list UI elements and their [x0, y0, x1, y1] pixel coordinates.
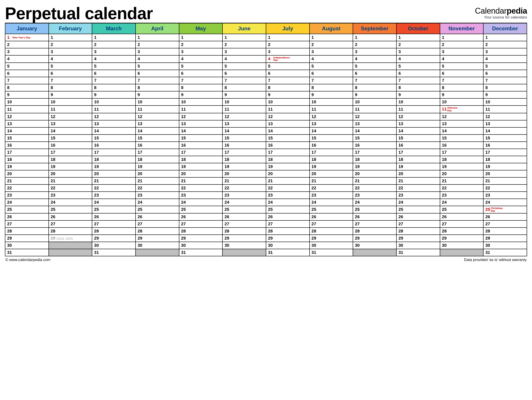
holiday-label: New Year's Day — [13, 36, 31, 39]
day-cell: 17 — [266, 149, 310, 156]
day-cell: 6 — [179, 70, 223, 77]
day-cell: 6 — [222, 70, 266, 77]
day-cell: 10 — [49, 98, 92, 105]
day-number: 13 — [442, 121, 447, 126]
day-number: 30 — [355, 243, 360, 248]
day-cell: 1 — [310, 34, 353, 41]
day-cell: 16 — [5, 142, 49, 149]
day-cell: 30 — [222, 242, 266, 249]
day-number: 23 — [268, 193, 273, 198]
day-number: 28 — [311, 229, 317, 234]
day-cell: 3 — [92, 48, 136, 55]
day-number: 11 — [181, 107, 186, 112]
day-cell: 26 — [440, 213, 483, 220]
day-cell: 27 — [179, 220, 223, 228]
day-number: 15 — [138, 136, 142, 141]
day-number: 24 — [268, 200, 273, 205]
day-number: 27 — [311, 222, 317, 227]
day-cell: 20 — [266, 170, 310, 177]
day-cell: 22 — [310, 185, 353, 192]
day-number: 11 — [355, 107, 360, 112]
month-header-may: May — [179, 23, 223, 34]
day-cell: 14 — [136, 127, 179, 135]
day-cell: 16 — [92, 142, 136, 149]
day-number: 18 — [355, 157, 360, 162]
day-cell: 26 — [222, 213, 266, 220]
day-cell: 19 — [49, 163, 92, 170]
day-cell: 20 — [179, 170, 223, 177]
day-row: 4444444IndependenceDay44444 — [5, 55, 527, 63]
day-number: 15 — [7, 136, 12, 141]
day-cell: 26 — [396, 213, 440, 220]
day-number: 15 — [51, 136, 56, 141]
day-number: 21 — [181, 178, 186, 183]
day-number: 16 — [51, 143, 56, 148]
day-cell: 23 — [396, 192, 440, 199]
day-number: 20 — [51, 171, 56, 176]
day-cell: 16 — [310, 142, 353, 149]
day-number: 14 — [311, 129, 317, 133]
day-number: 1 — [442, 35, 447, 40]
day-number: 26 — [94, 214, 99, 219]
day-number: 14 — [224, 129, 229, 133]
day-cell: 23 — [266, 192, 310, 199]
day-number: 20 — [399, 171, 403, 176]
day-cell: 29 — [136, 235, 179, 242]
day-cell: 10 — [136, 98, 179, 105]
day-row: 131313131313131313131313 — [5, 120, 527, 127]
day-number: 6 — [311, 71, 317, 76]
day-cell: 23 — [49, 192, 92, 199]
day-cell: 14 — [353, 127, 396, 135]
day-number: 11 — [7, 107, 12, 112]
day-cell: 15 — [49, 135, 92, 142]
day-number: 3 — [355, 49, 360, 54]
day-row: 222222222222222222222222 — [5, 185, 527, 192]
day-number: 5 — [311, 64, 317, 69]
day-number: 17 — [485, 150, 490, 155]
day-number: 8 — [51, 85, 56, 90]
day-cell: 11VeteransDay — [440, 105, 483, 113]
day-number: 19 — [51, 164, 56, 169]
day-cell: 14 — [5, 127, 49, 135]
day-number: 6 — [51, 71, 56, 76]
day-number: 1 — [51, 35, 56, 40]
day-number: 22 — [399, 186, 403, 191]
day-number: 13 — [138, 121, 142, 126]
day-number: 29 — [51, 236, 56, 241]
day-cell: 14 — [92, 127, 136, 135]
day-number: 31 — [485, 250, 490, 255]
holiday-label: IndependenceDay — [273, 56, 290, 62]
day-row: 888888888888 — [5, 84, 527, 91]
day-number: 4 — [138, 56, 142, 61]
day-cell: 5 — [310, 63, 353, 70]
day-number: 28 — [94, 229, 99, 234]
day-number: 11 — [51, 107, 56, 112]
day-number: 20 — [7, 171, 12, 176]
day-number: 26 — [442, 214, 447, 219]
day-number: 16 — [485, 143, 490, 148]
day-cell: 9 — [5, 91, 49, 98]
day-number: 14 — [268, 129, 273, 133]
day-number: 5 — [94, 64, 99, 69]
day-number: 9 — [138, 92, 142, 97]
day-number: 8 — [224, 85, 229, 90]
day-cell: 9 — [49, 91, 92, 98]
month-header-july: July — [266, 23, 310, 34]
day-number: 9 — [399, 92, 403, 97]
day-cell: 29 — [222, 235, 266, 242]
day-cell: 31 — [266, 249, 310, 256]
day-cell: 20 — [440, 170, 483, 177]
day-cell: 17 — [353, 149, 396, 156]
day-number: 24 — [7, 200, 12, 205]
day-number: 12 — [138, 114, 142, 119]
day-number: 9 — [7, 92, 12, 97]
day-cell: 21 — [179, 177, 223, 185]
day-cell: 28 — [396, 228, 440, 235]
day-number: 10 — [7, 99, 12, 105]
day-number: 9 — [181, 92, 186, 97]
day-number: 24 — [138, 200, 142, 205]
day-number: 29 — [355, 236, 360, 241]
day-cell: 9 — [266, 91, 310, 98]
month-header-april: April — [136, 23, 179, 34]
day-cell: 31 — [5, 249, 49, 256]
